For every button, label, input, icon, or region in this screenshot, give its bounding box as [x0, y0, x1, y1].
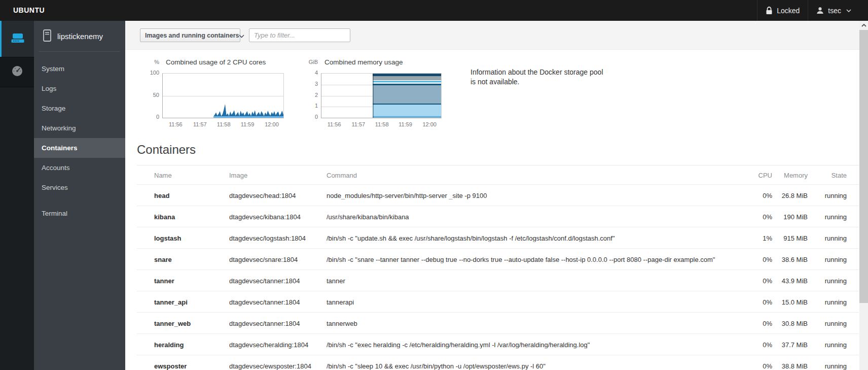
- container-name: ewsposter: [154, 362, 187, 369]
- container-image: dtagdevsec/logstash:1804: [229, 234, 306, 242]
- memory-stack-band: [373, 104, 441, 105]
- x-axis-tick: 11:58: [213, 121, 234, 127]
- hostname-label: lipstickenemy: [57, 32, 103, 41]
- filter-bar: Images and running containers: [125, 21, 859, 50]
- container-state: running: [825, 213, 847, 220]
- brand-label[interactable]: UBUNTU: [13, 0, 45, 21]
- column-header-state: State: [831, 171, 847, 179]
- container-memory: 190 MiB: [783, 213, 808, 220]
- scrollbar-thumb[interactable]: [859, 30, 868, 303]
- container-command: node_modules/http-server/bin/http-server…: [327, 191, 732, 199]
- container-command: /bin/sh -c "sleep 10 && exec /usr/bin/py…: [327, 362, 732, 369]
- container-cpu: 0%: [763, 255, 772, 263]
- server-icon: [11, 32, 25, 46]
- sidebar-item-networking[interactable]: Networking: [34, 118, 125, 138]
- container-row-tanner[interactable]: tannerdtagdevsec/tanner:1804tanner0%43.9…: [137, 270, 859, 291]
- sidebar-item-storage[interactable]: Storage: [34, 98, 125, 118]
- memory-stack-band: [373, 117, 441, 117]
- container-row-tanner_api[interactable]: tanner_apidtagdevsec/tanner:1804tannerap…: [137, 291, 859, 313]
- container-command: tannerweb: [327, 319, 732, 327]
- memory-chart-title: Combined memory usage: [324, 58, 403, 66]
- memory-stack-band: [373, 84, 441, 85]
- memory-usage-chart: GiB Combined memory usage 0123411:5611:5…: [306, 58, 458, 140]
- filter-input[interactable]: [249, 28, 350, 42]
- container-memory: 43.9 MiB: [782, 277, 808, 284]
- container-image: dtagdevsec/snare:1804: [229, 255, 298, 263]
- container-row-snare[interactable]: snaredtagdevsec/snare:1804/bin/sh -c "sn…: [137, 249, 859, 270]
- sidebar-item-containers[interactable]: Containers: [34, 138, 125, 158]
- container-cpu: 0%: [763, 277, 772, 284]
- memory-chart-unit: GiB: [306, 59, 318, 65]
- sidebar-item-terminal[interactable]: Terminal: [34, 204, 125, 223]
- container-row-heralding[interactable]: heraldingdtagdevsec/heralding:1804/bin/s…: [137, 334, 859, 355]
- cpu-chart-plot: [162, 73, 284, 118]
- page-title: Containers: [137, 143, 196, 157]
- machine-button[interactable]: [0, 21, 34, 57]
- container-image: dtagdevsec/tanner:1804: [229, 277, 300, 284]
- dashboard-button[interactable]: [0, 57, 34, 87]
- y-axis-tick: 3: [306, 81, 318, 87]
- view-filter-select[interactable]: Images and running containers: [140, 28, 240, 42]
- container-name: tanner_web: [154, 319, 191, 327]
- container-cpu: 0%: [763, 213, 772, 220]
- container-state: running: [825, 277, 847, 284]
- machine-switcher-strip: [0, 21, 34, 370]
- container-row-head[interactable]: headdtagdevsec/head:1804node_modules/htt…: [137, 185, 859, 206]
- container-row-tanner_web[interactable]: tanner_webdtagdevsec/tanner:1804tannerwe…: [137, 313, 859, 334]
- container-image: dtagdevsec/kibana:1804: [229, 213, 301, 220]
- x-axis-tick: 11:56: [165, 121, 186, 127]
- memory-stack-band: [373, 116, 441, 117]
- sidebar-item-system[interactable]: System: [34, 59, 125, 79]
- scroll-up-button[interactable]: [859, 21, 868, 30]
- container-state: running: [825, 191, 847, 199]
- lock-icon: [766, 7, 773, 15]
- host-switcher[interactable]: lipstickenemy: [34, 21, 125, 51]
- memory-chart-plot: [321, 73, 442, 118]
- page-scrollbar[interactable]: [859, 21, 868, 370]
- x-axis-tick: 12:00: [262, 121, 282, 127]
- locked-indicator[interactable]: Locked: [757, 0, 808, 21]
- container-memory: 38.8 MiB: [782, 362, 808, 369]
- memory-stack-band: [373, 117, 441, 118]
- y-axis-tick: 0: [306, 114, 318, 120]
- container-name: head: [154, 191, 169, 199]
- y-axis-tick: 1: [306, 103, 318, 109]
- container-row-logstash[interactable]: logstashdtagdevsec/logstash:1804/bin/sh …: [137, 227, 859, 249]
- container-image: dtagdevsec/tanner:1804: [229, 298, 300, 306]
- y-axis-tick: 4: [306, 70, 318, 76]
- user-icon: [816, 7, 824, 14]
- sidebar-item-accounts[interactable]: Accounts: [34, 158, 125, 178]
- cpu-chart-unit: %: [142, 59, 159, 65]
- container-state: running: [825, 341, 847, 348]
- x-axis-tick: 11:56: [324, 121, 344, 127]
- container-image: dtagdevsec/tanner:1804: [229, 319, 300, 327]
- user-menu[interactable]: tsec: [808, 0, 859, 21]
- memory-stack-band: [373, 80, 441, 82]
- container-state: running: [825, 319, 847, 327]
- sidebar-divider: [39, 51, 120, 52]
- container-memory: 15.0 MiB: [782, 298, 808, 306]
- memory-stack-edge: [373, 74, 374, 118]
- x-axis-tick: 11:57: [190, 121, 210, 127]
- container-command: /bin/sh -c "snare --tanner tanner --debu…: [327, 255, 732, 263]
- y-axis-tick: 2: [306, 92, 318, 98]
- container-memory: 915 MiB: [783, 234, 808, 242]
- container-row-ewsposter[interactable]: ewsposterdtagdevsec/ewsposter:1804/bin/s…: [137, 355, 859, 370]
- container-name: tanner: [154, 277, 174, 284]
- container-command: /bin/sh -c "update.sh && exec /usr/share…: [327, 234, 732, 242]
- container-memory: 30.8 MiB: [782, 319, 808, 327]
- container-name: snare: [154, 255, 172, 263]
- y-axis-tick: 50: [142, 92, 159, 98]
- container-command: /usr/share/kibana/bin/kibana: [327, 213, 732, 220]
- container-row-kibana[interactable]: kibanadtagdevsec/kibana:1804/usr/share/k…: [137, 206, 859, 227]
- table-header-row: NameImageCommandCPUMemoryState: [137, 165, 859, 185]
- memory-stack-band: [373, 105, 441, 116]
- sidebar-item-logs[interactable]: Logs: [34, 79, 125, 98]
- memory-stack-band: [373, 85, 441, 104]
- container-memory: 38.6 MiB: [782, 255, 808, 263]
- cockpit-app: UBUNTU Locked tsec: [0, 0, 868, 370]
- container-state: running: [825, 255, 847, 263]
- sidebar-item-services[interactable]: Services: [34, 178, 125, 197]
- navbar-actions: Locked tsec: [757, 0, 859, 21]
- container-image: dtagdevsec/ewsposter:1804: [229, 362, 311, 369]
